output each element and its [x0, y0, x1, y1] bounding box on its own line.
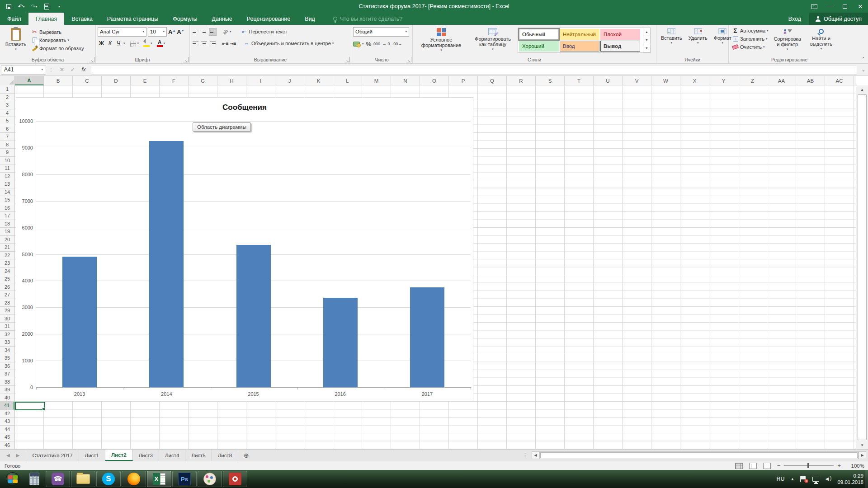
- style-нейтральный[interactable]: Нейтральный: [560, 29, 599, 40]
- column-header-AA[interactable]: AA: [767, 76, 796, 85]
- column-header-O[interactable]: O: [420, 76, 449, 85]
- row-header-24[interactable]: 24: [0, 267, 14, 276]
- align-center-icon[interactable]: [200, 40, 208, 47]
- row-header-17[interactable]: 17: [0, 212, 14, 220]
- row-header-5[interactable]: 5: [0, 117, 14, 125]
- show-desktop-button[interactable]: [865, 470, 868, 488]
- orientation-icon[interactable]: ab: [221, 27, 230, 36]
- row-header-27[interactable]: 27: [0, 291, 14, 299]
- sort-filter-button[interactable]: Сортировка и фильтр▾: [770, 27, 805, 52]
- row-header-38[interactable]: 38: [0, 378, 14, 386]
- horizontal-scroll-thumb[interactable]: [540, 452, 858, 458]
- column-header-J[interactable]: J: [275, 76, 304, 85]
- row-header-46[interactable]: 46: [0, 441, 14, 450]
- conditional-formatting-button[interactable]: Условное форматирование▾: [415, 27, 468, 55]
- row-header-15[interactable]: 15: [0, 196, 14, 204]
- language-indicator[interactable]: RU: [776, 476, 784, 482]
- autosum-button[interactable]: ΣАвтосумма▾: [731, 27, 770, 34]
- column-header-G[interactable]: G: [189, 76, 217, 85]
- network-status-icon[interactable]: ✕: [800, 476, 807, 482]
- column-header-Z[interactable]: Z: [738, 76, 767, 85]
- row-header-25[interactable]: 25: [0, 275, 14, 283]
- underline-button[interactable]: Ч: [115, 39, 123, 48]
- row-header-42[interactable]: 42: [0, 410, 14, 418]
- confirm-entry-icon[interactable]: ✓: [67, 66, 78, 73]
- gallery-down-icon[interactable]: ▼: [643, 36, 650, 44]
- row-header-29[interactable]: 29: [0, 307, 14, 315]
- minimize-icon[interactable]: —: [822, 0, 837, 13]
- row-header-2[interactable]: 2: [0, 94, 14, 102]
- column-header-A[interactable]: A: [15, 76, 44, 85]
- formula-input[interactable]: [91, 65, 857, 75]
- selected-cell-A41[interactable]: [15, 402, 45, 410]
- percent-style-icon[interactable]: %: [366, 41, 372, 47]
- format-painter-button[interactable]: Формат по образцу: [30, 44, 85, 52]
- row-header-13[interactable]: 13: [0, 180, 14, 188]
- zoom-out-icon[interactable]: −: [777, 462, 781, 469]
- italic-button[interactable]: К: [106, 39, 114, 48]
- delete-cells-button[interactable]: Удалить▾: [686, 27, 710, 55]
- hscroll-divider[interactable]: ⋮: [523, 452, 528, 458]
- sheet-tab-лист8[interactable]: Лист8: [212, 450, 238, 461]
- tab-вид[interactable]: Вид: [297, 13, 322, 25]
- scroll-down-icon[interactable]: ▼: [856, 441, 868, 449]
- increase-indent-icon[interactable]: ⇥≡: [230, 40, 236, 47]
- zoom-in-icon[interactable]: +: [837, 462, 841, 469]
- align-left-icon[interactable]: [192, 40, 199, 47]
- column-header-AB[interactable]: AB: [796, 76, 825, 85]
- style-вывод[interactable]: Вывод: [600, 41, 640, 52]
- row-header-35[interactable]: 35: [0, 354, 14, 362]
- number-format-combo[interactable]: Общий▾: [353, 27, 409, 37]
- save-icon[interactable]: [4, 2, 14, 11]
- sheet-nav-right-icon[interactable]: ▶: [16, 453, 20, 458]
- zoom-slider-thumb[interactable]: [807, 463, 809, 468]
- taskbar-screenshot-tool[interactable]: [223, 471, 247, 487]
- row-header-37[interactable]: 37: [0, 370, 14, 378]
- row-header-36[interactable]: 36: [0, 362, 14, 371]
- row-header-39[interactable]: 39: [0, 386, 14, 394]
- format-as-table-button[interactable]: Форматировать как таблицу▾: [468, 27, 518, 55]
- font-dialog-launcher[interactable]: [183, 57, 189, 62]
- row-header-7[interactable]: 7: [0, 133, 14, 141]
- row-header-28[interactable]: 28: [0, 299, 14, 307]
- row-header-40[interactable]: 40: [0, 394, 14, 402]
- align-right-icon[interactable]: [209, 40, 217, 47]
- taskbar-skype[interactable]: S: [96, 471, 121, 487]
- row-header-16[interactable]: 16: [0, 204, 14, 212]
- taskbar-excel[interactable]: X: [147, 471, 171, 487]
- bar-2013[interactable]: [62, 257, 97, 387]
- style-gallery-scroll[interactable]: ▲ ▼ ▼̲: [643, 28, 650, 52]
- row-header-33[interactable]: 33: [0, 338, 14, 347]
- column-header-D[interactable]: D: [102, 76, 131, 85]
- volume-icon[interactable]: [825, 476, 831, 482]
- column-header-B[interactable]: B: [44, 76, 73, 85]
- row-header-32[interactable]: 32: [0, 331, 14, 339]
- chart-object[interactable]: Сообщения 010002000300040005000600070008…: [16, 97, 473, 401]
- font-size-combo[interactable]: 10▾: [148, 27, 167, 37]
- row-header-45[interactable]: 45: [0, 433, 14, 441]
- sheet-nav-left-icon[interactable]: ◀: [6, 453, 10, 458]
- column-header-V[interactable]: V: [623, 76, 651, 85]
- scroll-left-icon[interactable]: ◀: [532, 451, 539, 459]
- column-header-K[interactable]: K: [304, 76, 333, 85]
- clear-button[interactable]: Очистить▾: [731, 43, 770, 51]
- paste-button[interactable]: Вставить▾: [2, 27, 30, 52]
- close-icon[interactable]: ✕: [853, 0, 868, 13]
- increase-decimal-icon[interactable]: ←.0: [382, 42, 390, 46]
- alignment-dialog-launcher[interactable]: [344, 57, 350, 62]
- merge-center-button[interactable]: ⇔Объединить и поместить в центре▾: [242, 40, 335, 47]
- row-header-26[interactable]: 26: [0, 283, 14, 291]
- gallery-more-icon[interactable]: ▼̲: [643, 44, 650, 52]
- row-header-6[interactable]: 6: [0, 125, 14, 133]
- bar-2014[interactable]: [149, 141, 184, 387]
- column-header-H[interactable]: H: [217, 76, 246, 85]
- column-header-L[interactable]: L: [333, 76, 362, 85]
- tab-формулы[interactable]: Формулы: [165, 13, 204, 25]
- increase-font-icon[interactable]: A▲: [168, 28, 175, 35]
- vertical-scrollbar[interactable]: ▲ ▼: [856, 85, 868, 449]
- row-header-30[interactable]: 30: [0, 315, 14, 323]
- fill-color-icon[interactable]: [143, 40, 150, 47]
- tab-главная[interactable]: Главная: [28, 13, 65, 25]
- vertical-scroll-thumb[interactable]: [858, 94, 867, 440]
- decrease-font-icon[interactable]: A▼: [177, 28, 184, 35]
